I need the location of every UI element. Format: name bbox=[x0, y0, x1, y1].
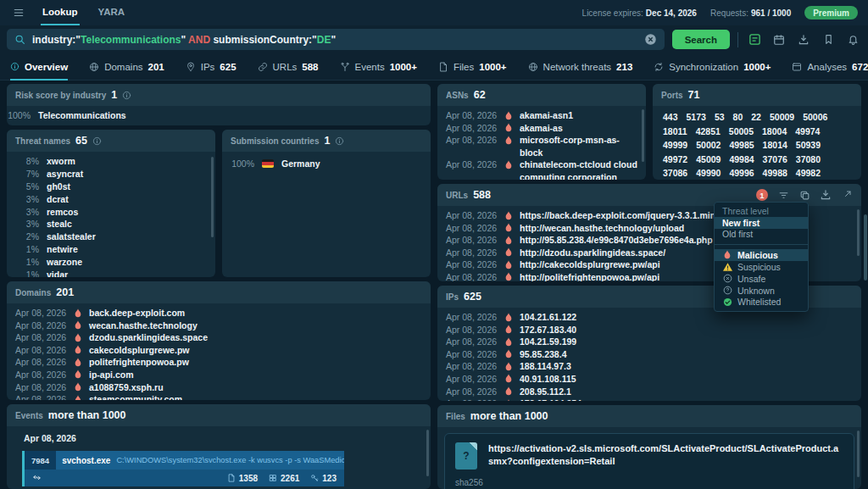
tab-network-threats[interactable]: Network threats213 bbox=[528, 53, 633, 81]
info-icon[interactable] bbox=[335, 136, 344, 146]
port-value[interactable]: 18011 bbox=[663, 126, 687, 136]
port-value[interactable]: 22 bbox=[751, 112, 761, 122]
port-value[interactable]: 49984 bbox=[729, 154, 754, 164]
port-value[interactable]: 443 bbox=[663, 112, 678, 122]
list-item[interactable]: Apr 08, 2026172.67.183.40 bbox=[446, 324, 853, 336]
port-value[interactable]: 49985 bbox=[729, 140, 754, 150]
scrollbar-thumb[interactable] bbox=[426, 430, 429, 476]
download-list-icon[interactable] bbox=[820, 189, 832, 201]
port-value[interactable]: 37076 bbox=[763, 154, 787, 164]
list-item[interactable]: Apr 08, 2026104.21.59.199 bbox=[446, 336, 853, 348]
port-value[interactable]: 80 bbox=[733, 112, 743, 122]
list-item-germany[interactable]: 100%Germany bbox=[231, 155, 422, 172]
list-item[interactable]: Apr 08, 2026a1088759.xsph.ru bbox=[15, 381, 422, 394]
sort-option-new-first[interactable]: New first bbox=[715, 217, 808, 229]
scrollbar-thumb[interactable] bbox=[857, 431, 860, 477]
tab-urls[interactable]: URLs588 bbox=[258, 53, 319, 81]
list-item-remcos[interactable]: 3%remcos bbox=[15, 205, 207, 218]
search-button[interactable]: Search bbox=[672, 30, 730, 49]
sort-option-threat-level[interactable]: Threat level bbox=[715, 205, 808, 217]
list-item[interactable]: Apr 08, 2026104.21.61.122 bbox=[446, 311, 853, 324]
scrollbar-thumb[interactable] bbox=[211, 157, 214, 237]
list-item[interactable]: Apr 08, 2026188.114.97.3 bbox=[446, 360, 853, 373]
notifications-icon[interactable] bbox=[844, 31, 861, 48]
list-item[interactable]: Apr 08, 2026politefrightenpowoa.pw bbox=[15, 356, 422, 369]
list-item-vidar[interactable]: 1%vidar bbox=[15, 268, 207, 277]
tab-analyses[interactable]: Analyses672 bbox=[792, 53, 868, 81]
port-value[interactable]: 37086 bbox=[663, 168, 687, 178]
port-value[interactable]: 37080 bbox=[796, 154, 821, 164]
bookmark-icon[interactable] bbox=[820, 31, 837, 48]
port-value[interactable]: 42851 bbox=[696, 126, 721, 136]
list-item-xworm[interactable]: 8%xworm bbox=[15, 155, 207, 168]
port-value[interactable]: 18014 bbox=[763, 140, 787, 150]
port-value[interactable]: 50006 bbox=[803, 112, 827, 122]
port-value[interactable]: 45009 bbox=[696, 154, 721, 164]
process-row[interactable]: 7984 svchost.exe C:\WINDOWS\system32\svc… bbox=[22, 451, 344, 486]
registry-keys-stat[interactable]: 123 bbox=[310, 474, 337, 483]
list-item-stealc[interactable]: 3%stealc bbox=[15, 218, 207, 231]
list-item[interactable]: Apr 08, 2026back.deep-exploit.com bbox=[15, 307, 422, 320]
port-value[interactable]: 49996 bbox=[729, 168, 754, 178]
verdict-option-unsafe[interactable]: Unsafe bbox=[715, 273, 808, 285]
port-value[interactable]: 50009 bbox=[770, 112, 794, 122]
expand-icon[interactable] bbox=[841, 189, 853, 201]
scrollbar-thumb[interactable] bbox=[642, 109, 644, 162]
list-item[interactable]: Apr 08, 202695.85.238.4 bbox=[446, 348, 853, 361]
menu-icon[interactable] bbox=[10, 4, 27, 21]
search-query[interactable]: industry:"Telecommunications" AND submis… bbox=[32, 34, 637, 46]
page-scrollbar-thumb[interactable] bbox=[864, 214, 867, 281]
list-item[interactable]: Apr 08, 2026dzodu.sparklingideas.space bbox=[15, 331, 422, 344]
sort-option-old-first[interactable]: Old first bbox=[715, 229, 808, 241]
tab-domains[interactable]: Domains201 bbox=[89, 53, 164, 81]
port-value[interactable]: 49974 bbox=[795, 126, 820, 136]
search-input[interactable]: industry:"Telecommunications" AND submis… bbox=[7, 29, 665, 50]
tab-files[interactable]: Files1000+ bbox=[438, 53, 507, 81]
tab-events[interactable]: Events1000+ bbox=[340, 53, 417, 81]
modules-stat[interactable]: 2261 bbox=[269, 474, 299, 483]
list-item-salatstealer[interactable]: 2%salatstealer bbox=[15, 231, 207, 243]
export-download-icon[interactable] bbox=[795, 31, 812, 48]
port-value[interactable]: 53 bbox=[715, 112, 725, 122]
list-item-telecommunications[interactable]: 100%Telecommunications bbox=[7, 106, 431, 125]
list-item[interactable]: Apr 08, 2026steamcommunity.com bbox=[15, 393, 422, 400]
port-value[interactable]: 49990 bbox=[696, 168, 721, 178]
list-item-warzone[interactable]: 1%warzone bbox=[15, 255, 207, 268]
list-item-asyncrat[interactable]: 7%asyncrat bbox=[15, 168, 207, 181]
port-value[interactable]: 5173 bbox=[687, 112, 706, 122]
port-value[interactable]: 50005 bbox=[729, 126, 754, 136]
port-value[interactable]: 50002 bbox=[696, 140, 721, 150]
list-item[interactable]: Apr 08, 202640.91.108.115 bbox=[446, 373, 853, 386]
tab-ips[interactable]: IPs625 bbox=[186, 53, 236, 81]
info-icon[interactable] bbox=[92, 136, 102, 146]
top-tab-lookup[interactable]: Lookup bbox=[41, 0, 80, 25]
port-value[interactable]: 49972 bbox=[663, 154, 687, 164]
list-item[interactable]: Apr 08, 2026172.67.194.254 bbox=[446, 397, 853, 401]
list-item[interactable]: Apr 08, 2026208.95.112.1 bbox=[446, 386, 853, 398]
list-item[interactable]: Apr 08, 2026wecan.hasthe.technology bbox=[15, 320, 422, 332]
list-item[interactable]: Apr 08, 2026microsoft-corp-msn-as-block bbox=[446, 134, 637, 158]
verdict-option-whitelisted[interactable]: Whitelisted bbox=[715, 297, 808, 308]
verdict-option-malicious[interactable]: Malicious bbox=[715, 249, 808, 261]
tab-synchronization[interactable]: Synchronization1000+ bbox=[654, 53, 771, 81]
query-templates-icon[interactable] bbox=[746, 31, 763, 48]
port-value[interactable]: 50939 bbox=[796, 140, 821, 150]
top-tab-yara[interactable]: YARA bbox=[97, 0, 127, 25]
files-stat[interactable]: 1358 bbox=[227, 474, 258, 483]
verdict-option-unknown[interactable]: Unknown bbox=[715, 285, 808, 297]
file-item[interactable]: ? https://activation-v2.sls.microsoft.co… bbox=[444, 433, 854, 489]
verdict-option-suspicious[interactable]: Suspicious bbox=[715, 261, 808, 273]
list-item-netwire[interactable]: 1%netwire bbox=[15, 243, 207, 256]
copy-icon[interactable] bbox=[798, 189, 810, 201]
list-item-dcrat[interactable]: 3%dcrat bbox=[15, 192, 207, 205]
port-value[interactable]: 49982 bbox=[796, 168, 821, 178]
clear-search-icon[interactable] bbox=[644, 33, 657, 46]
scrollbar-thumb[interactable] bbox=[857, 209, 860, 256]
list-item[interactable]: Apr 08, 2026ip-api.com bbox=[15, 369, 422, 381]
list-item[interactable]: Apr 08, 2026akamai-asn1 bbox=[446, 109, 637, 122]
list-item[interactable]: Apr 08, 2026chinatelecom-ctcloud cloud c… bbox=[446, 158, 637, 180]
filter-icon[interactable] bbox=[777, 189, 789, 201]
calendar-icon[interactable] bbox=[771, 31, 787, 48]
list-item-gh0st[interactable]: 5%gh0st bbox=[15, 181, 207, 193]
tab-overview[interactable]: Overview bbox=[10, 53, 68, 81]
